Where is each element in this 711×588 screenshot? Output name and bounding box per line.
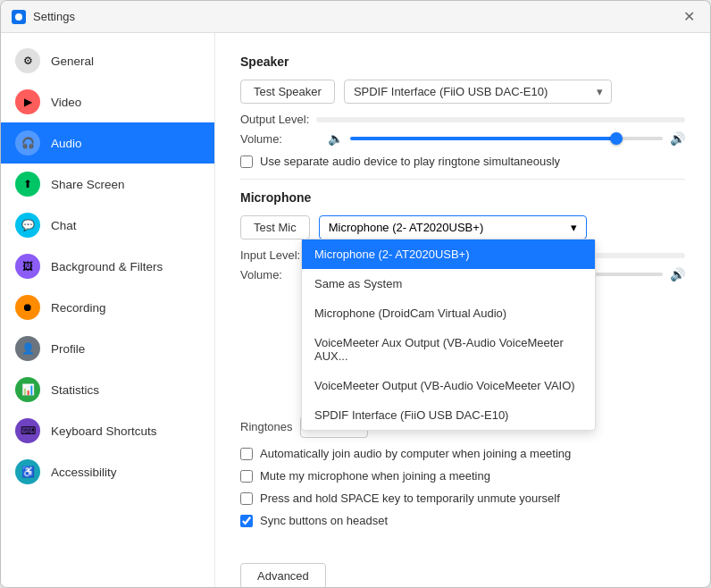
output-level-label: Output Level: xyxy=(240,113,309,126)
dropdown-item-0[interactable]: Microphone (2- AT2020USB+) xyxy=(302,239,595,269)
dropdown-item-4[interactable]: VoiceMeeter Output (VB-Audio VoiceMeeter… xyxy=(302,371,595,400)
sidebar-item-keyboard[interactable]: ⌨Keyboard Shortcuts xyxy=(1,410,214,451)
volume-slider-thumb xyxy=(610,132,623,145)
app-icon xyxy=(12,10,26,24)
title-bar: Settings ✕ xyxy=(1,1,710,33)
svg-point-0 xyxy=(15,13,22,21)
window-title: Settings xyxy=(33,10,75,23)
sidebar-item-audio[interactable]: 🎧Audio xyxy=(1,122,214,164)
sidebar-item-share-screen[interactable]: ⬆Share Screen xyxy=(1,164,214,205)
sidebar-item-statistics[interactable]: 📊Statistics xyxy=(1,369,214,410)
microphone-row: Test Mic Microphone (2- AT2020USB+) ▾ xyxy=(240,215,685,239)
gear-icon: ⚙ xyxy=(15,48,40,73)
sidebar-item-label-keyboard: Keyboard Shortcuts xyxy=(51,424,157,438)
speaker-device-select[interactable]: SPDIF Interface (FiiO USB DAC-E10) xyxy=(344,80,612,104)
mic-dropdown-overlay: Microphone (2- AT2020USB+) Same as Syste… xyxy=(301,239,596,431)
sidebar-item-label-background: Background & Filters xyxy=(51,260,163,273)
separate-audio-row: Use separate audio device to play ringto… xyxy=(240,155,685,168)
settings-window: Settings ✕ ⚙General▶Video🎧Audio⬆Share Sc… xyxy=(0,0,711,588)
sidebar-item-chat[interactable]: 💬Chat xyxy=(1,205,214,246)
recording-icon: ⏺ xyxy=(15,295,40,320)
auto-join-checkbox[interactable] xyxy=(240,448,253,460)
mute-mic-row: Mute my microphone when joining a meetin… xyxy=(240,469,685,483)
statistics-icon: 📊 xyxy=(15,377,40,402)
speaker-row: Test Speaker SPDIF Interface (FiiO USB D… xyxy=(240,80,685,104)
volume-row: Volume: 🔈 🔊 xyxy=(240,131,685,146)
sync-buttons-label: Sync buttons on headset xyxy=(260,514,388,527)
title-bar-left: Settings xyxy=(12,10,75,24)
sidebar-item-label-recording: Recording xyxy=(51,301,106,315)
auto-join-row: Automatically join audio by computer whe… xyxy=(240,447,685,460)
sidebar-item-accessibility[interactable]: ♿Accessibility xyxy=(1,451,214,492)
mic-device-dropdown-trigger[interactable]: Microphone (2- AT2020USB+) ▾ xyxy=(319,215,587,239)
background-icon: 🖼 xyxy=(15,254,40,279)
volume-label: Volume: xyxy=(240,132,321,146)
sidebar-item-background[interactable]: 🖼Background & Filters xyxy=(1,246,214,287)
sidebar-item-video[interactable]: ▶Video xyxy=(1,81,214,122)
output-level-bar xyxy=(316,117,685,122)
keyboard-icon: ⌨ xyxy=(15,418,40,443)
sidebar-item-profile[interactable]: 👤Profile xyxy=(1,328,214,369)
separate-audio-label: Use separate audio device to play ringto… xyxy=(260,155,560,168)
close-button[interactable]: ✕ xyxy=(678,6,699,28)
dropdown-item-1[interactable]: Same as System xyxy=(302,269,595,298)
share-screen-icon: ⬆ xyxy=(15,172,40,197)
main-content: Speaker Test Speaker SPDIF Interface (Fi… xyxy=(215,33,710,587)
chevron-down-icon: ▾ xyxy=(571,221,577,234)
press-space-checkbox[interactable] xyxy=(240,492,253,505)
video-icon: ▶ xyxy=(15,89,40,114)
advanced-button[interactable]: Advanced xyxy=(240,563,326,587)
test-speaker-button[interactable]: Test Speaker xyxy=(240,80,335,104)
mic-volume-up-icon: 🔊 xyxy=(670,267,685,281)
auto-join-label: Automatically join audio by computer whe… xyxy=(260,447,571,460)
sidebar-item-label-chat: Chat xyxy=(51,219,77,232)
output-level-row: Output Level: xyxy=(240,113,685,126)
mic-device-label: Microphone (2- AT2020USB+) xyxy=(329,221,484,234)
dropdown-item-5[interactable]: SPDIF Interface (FiiO USB DAC-E10) xyxy=(302,400,595,430)
mute-mic-checkbox[interactable] xyxy=(240,470,253,483)
content-area: ⚙General▶Video🎧Audio⬆Share Screen💬Chat🖼B… xyxy=(1,33,710,587)
sidebar-item-general[interactable]: ⚙General xyxy=(1,40,214,81)
mute-mic-label: Mute my microphone when joining a meetin… xyxy=(260,469,490,483)
audio-icon: 🎧 xyxy=(15,130,40,155)
sidebar: ⚙General▶Video🎧Audio⬆Share Screen💬Chat🖼B… xyxy=(1,33,215,587)
profile-icon: 👤 xyxy=(15,336,40,361)
sidebar-item-label-statistics: Statistics xyxy=(51,383,99,397)
separate-audio-checkbox[interactable] xyxy=(240,155,253,168)
volume-up-icon: 🔊 xyxy=(670,131,685,146)
input-level-label: Input Level: xyxy=(240,248,300,262)
sync-buttons-row: Sync buttons on headset xyxy=(240,514,685,527)
microphone-section-title: Microphone xyxy=(240,190,685,205)
press-space-row: Press and hold SPACE key to temporarily … xyxy=(240,491,685,505)
sidebar-item-label-share-screen: Share Screen xyxy=(51,178,125,191)
sidebar-item-label-accessibility: Accessibility xyxy=(51,466,117,479)
dropdown-item-3[interactable]: VoiceMeeter Aux Output (VB-Audio VoiceMe… xyxy=(302,328,595,371)
dropdown-item-2[interactable]: Microphone (DroidCam Virtual Audio) xyxy=(302,298,595,328)
sync-buttons-checkbox[interactable] xyxy=(240,515,253,527)
sidebar-item-recording[interactable]: ⏺Recording xyxy=(1,287,214,328)
speaker-section-title: Speaker xyxy=(240,55,685,69)
sidebar-item-label-audio: Audio xyxy=(51,137,82,150)
sidebar-item-label-general: General xyxy=(51,55,94,68)
volume-down-icon: 🔈 xyxy=(328,131,343,146)
accessibility-icon: ♿ xyxy=(15,459,40,484)
speaker-device-select-box[interactable]: SPDIF Interface (FiiO USB DAC-E10) xyxy=(344,80,612,104)
test-mic-button[interactable]: Test Mic xyxy=(240,215,310,239)
volume-slider[interactable] xyxy=(350,137,663,140)
sidebar-item-label-video: Video xyxy=(51,96,81,109)
press-space-label: Press and hold SPACE key to temporarily … xyxy=(260,491,560,505)
ringtones-label: Ringtones xyxy=(240,420,293,433)
chat-icon: 💬 xyxy=(15,213,40,238)
sidebar-item-label-profile: Profile xyxy=(51,342,85,356)
